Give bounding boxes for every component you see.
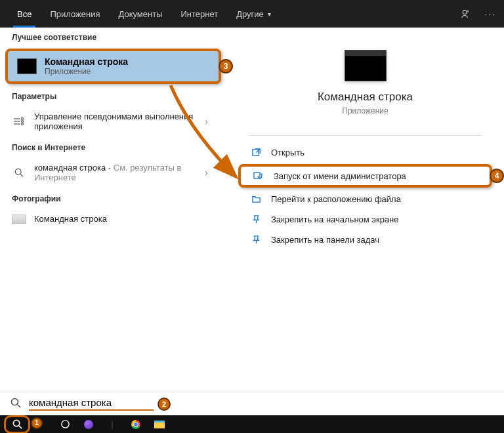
search-box[interactable]: 2 [0, 392, 504, 415]
annotation-badge-2: 2 [158, 398, 171, 411]
results-left-pane: Лучшее соответствие Командная строка При… [0, 28, 226, 392]
svg-point-5 [22, 121, 24, 123]
chevron-right-icon: › [205, 167, 215, 178]
admin-shield-icon [251, 171, 266, 181]
taskbar-explorer-icon[interactable] [151, 418, 168, 431]
taskbar-yandex-icon[interactable] [80, 418, 97, 431]
preview-pane: Командная строка Приложение Открыть Запу… [226, 28, 504, 392]
annotation-badge-1: 1 [31, 417, 43, 429]
svg-line-16 [18, 426, 21, 428]
tab-more[interactable]: Другие▾ [227, 0, 280, 28]
action-open[interactable]: Открыть [226, 142, 504, 163]
tab-all[interactable]: Все [8, 0, 41, 28]
taskbar-cortana-icon[interactable] [56, 418, 74, 431]
pin-icon [249, 215, 263, 224]
params-alias-item[interactable]: Управление псевдонимами выполнения прило… [0, 105, 226, 138]
taskbar-search-button[interactable]: 1 [4, 415, 30, 434]
svg-line-8 [20, 174, 23, 176]
search-icon [12, 168, 26, 177]
best-match-item[interactable]: Командная строка Приложение 3 [5, 49, 221, 84]
search-tabs: Все Приложения Документы Интернет Другие… [0, 0, 504, 28]
web-search-item[interactable]: командная строка - См. результаты в Инте… [0, 156, 226, 189]
search-icon [9, 418, 26, 431]
preview-subtitle: Приложение [226, 106, 504, 115]
preview-title: Командная строка [226, 91, 504, 104]
taskbar-divider: | [104, 418, 121, 431]
svg-point-17 [61, 421, 68, 428]
photos-header: Фотографии [0, 189, 226, 207]
svg-rect-9 [252, 150, 258, 155]
taskbar: 1 | [0, 415, 504, 433]
chevron-right-icon: › [205, 116, 215, 127]
svg-point-13 [12, 398, 18, 405]
svg-line-14 [18, 404, 21, 407]
feedback-icon[interactable] [459, 8, 471, 20]
web-header: Поиск в Интернете [0, 138, 226, 156]
svg-point-0 [463, 10, 467, 14]
svg-point-7 [15, 169, 21, 175]
search-input[interactable] [29, 397, 154, 408]
search-icon [10, 398, 21, 411]
best-match-subtitle: Приложение [45, 67, 128, 76]
best-match-title: Командная строка [45, 56, 128, 67]
action-pin-start[interactable]: Закрепить на начальном экране [226, 209, 504, 230]
tab-internet[interactable]: Интернет [171, 0, 227, 28]
preview-thumb [345, 50, 387, 81]
photos-item[interactable]: Командная строка [0, 207, 226, 230]
more-options-icon[interactable]: ··· [484, 8, 496, 20]
action-pin-taskbar[interactable]: Закрепить на панели задач [226, 230, 504, 250]
photo-icon [12, 215, 26, 224]
svg-point-6 [22, 123, 24, 125]
action-open-location[interactable]: Перейти к расположению файла [226, 189, 504, 209]
taskbar-chrome-icon[interactable] [127, 418, 144, 431]
svg-point-4 [22, 118, 24, 120]
svg-point-15 [13, 420, 19, 426]
annotation-badge-4: 4 [490, 169, 504, 183]
tab-apps[interactable]: Приложения [41, 0, 109, 28]
folder-icon [249, 194, 263, 204]
pin-icon [249, 235, 263, 245]
alias-icon [12, 117, 26, 125]
chevron-down-icon: ▾ [268, 10, 271, 18]
open-icon [249, 148, 263, 157]
action-run-as-admin[interactable]: Запуск от имени администратора 4 [238, 164, 492, 188]
tab-documents[interactable]: Документы [109, 0, 171, 28]
cmd-icon [17, 58, 37, 74]
best-match-header: Лучшее соответствие [0, 28, 226, 46]
params-header: Параметры [0, 87, 226, 105]
